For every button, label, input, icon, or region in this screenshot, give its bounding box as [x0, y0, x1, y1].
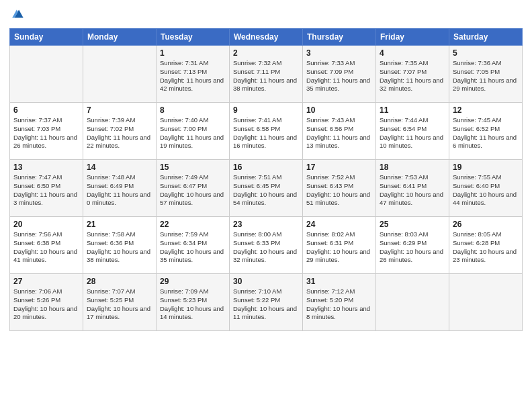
calendar-day-cell: [10, 46, 83, 103]
day-info: Sunrise: 8:05 AMSunset: 6:28 PMDaylight:…: [453, 230, 519, 265]
day-info: Sunrise: 7:37 AMSunset: 7:03 PMDaylight:…: [13, 116, 79, 150]
day-info: Sunrise: 7:39 AMSunset: 7:02 PMDaylight:…: [87, 116, 152, 150]
day-info: Sunrise: 7:35 AMSunset: 7:07 PMDaylight:…: [380, 59, 445, 93]
day-info: Sunrise: 8:03 AMSunset: 6:29 PMDaylight:…: [380, 230, 445, 265]
day-number: 18: [380, 163, 445, 172]
calendar-day-cell: 4Sunrise: 7:35 AMSunset: 7:07 PMDaylight…: [376, 46, 449, 103]
calendar-week-row: 27Sunrise: 7:06 AMSunset: 5:26 PMDayligh…: [10, 274, 523, 331]
calendar-day-cell: [449, 274, 523, 331]
calendar-day-cell: 24Sunrise: 8:02 AMSunset: 6:31 PMDayligh…: [303, 217, 376, 274]
calendar-day-cell: 3Sunrise: 7:33 AMSunset: 7:09 PMDaylight…: [303, 46, 376, 103]
day-info: Sunrise: 7:56 AMSunset: 6:38 PMDaylight:…: [13, 230, 79, 265]
logo: [9, 7, 26, 24]
calendar-day-cell: [376, 274, 449, 331]
calendar-week-row: 1Sunrise: 7:31 AMSunset: 7:13 PMDaylight…: [10, 46, 523, 103]
day-number: 6: [13, 105, 79, 115]
day-number: 4: [380, 48, 445, 58]
day-number: 14: [87, 163, 152, 172]
day-number: 29: [160, 277, 226, 286]
calendar-day-cell: 12Sunrise: 7:45 AMSunset: 6:52 PMDayligh…: [449, 103, 523, 160]
calendar-body: 1Sunrise: 7:31 AMSunset: 7:13 PMDaylight…: [10, 46, 523, 331]
calendar-day-cell: 16Sunrise: 7:51 AMSunset: 6:45 PMDayligh…: [230, 160, 303, 217]
calendar-day-cell: 11Sunrise: 7:44 AMSunset: 6:54 PMDayligh…: [376, 103, 449, 160]
day-info: Sunrise: 7:52 AMSunset: 6:43 PMDaylight:…: [306, 173, 372, 208]
day-number: 8: [160, 105, 226, 115]
calendar-day-cell: 14Sunrise: 7:48 AMSunset: 6:49 PMDayligh…: [83, 160, 157, 217]
calendar-day-cell: 23Sunrise: 8:00 AMSunset: 6:33 PMDayligh…: [230, 217, 303, 274]
calendar-day-cell: 31Sunrise: 7:12 AMSunset: 5:20 PMDayligh…: [303, 274, 376, 331]
weekday-header-cell: Wednesday: [230, 29, 303, 46]
day-info: Sunrise: 8:00 AMSunset: 6:33 PMDaylight:…: [233, 230, 299, 265]
day-info: Sunrise: 7:55 AMSunset: 6:40 PMDaylight:…: [453, 173, 519, 208]
day-number: 3: [306, 48, 372, 58]
day-info: Sunrise: 7:33 AMSunset: 7:09 PMDaylight:…: [306, 59, 372, 93]
day-number: 7: [87, 105, 152, 115]
calendar-day-cell: 9Sunrise: 7:41 AMSunset: 6:58 PMDaylight…: [230, 103, 303, 160]
day-info: Sunrise: 7:51 AMSunset: 6:45 PMDaylight:…: [233, 173, 299, 208]
calendar-day-cell: 6Sunrise: 7:37 AMSunset: 7:03 PMDaylight…: [10, 103, 83, 160]
calendar-day-cell: 21Sunrise: 7:58 AMSunset: 6:36 PMDayligh…: [83, 217, 157, 274]
calendar-day-cell: 25Sunrise: 8:03 AMSunset: 6:29 PMDayligh…: [376, 217, 449, 274]
day-number: 20: [13, 220, 79, 229]
calendar-week-row: 20Sunrise: 7:56 AMSunset: 6:38 PMDayligh…: [10, 217, 523, 274]
page-header: [9, 7, 523, 24]
day-number: 27: [13, 277, 79, 286]
calendar-day-cell: 29Sunrise: 7:09 AMSunset: 5:23 PMDayligh…: [157, 274, 230, 331]
calendar-day-cell: 19Sunrise: 7:55 AMSunset: 6:40 PMDayligh…: [449, 160, 523, 217]
day-number: 31: [306, 277, 372, 286]
day-number: 16: [233, 163, 299, 172]
calendar-day-cell: 5Sunrise: 7:36 AMSunset: 7:05 PMDaylight…: [449, 46, 523, 103]
day-info: Sunrise: 7:58 AMSunset: 6:36 PMDaylight:…: [87, 230, 152, 265]
day-number: 22: [160, 220, 226, 229]
weekday-header-row: SundayMondayTuesdayWednesdayThursdayFrid…: [10, 29, 523, 46]
calendar-day-cell: 10Sunrise: 7:43 AMSunset: 6:56 PMDayligh…: [303, 103, 376, 160]
day-number: 2: [233, 48, 299, 58]
day-number: 15: [160, 163, 226, 172]
logo-icon: [11, 7, 26, 21]
calendar-day-cell: 7Sunrise: 7:39 AMSunset: 7:02 PMDaylight…: [83, 103, 157, 160]
day-number: 21: [87, 220, 152, 229]
day-number: 19: [453, 163, 519, 172]
weekday-header-cell: Saturday: [449, 29, 523, 46]
day-number: 5: [453, 48, 519, 58]
day-info: Sunrise: 7:09 AMSunset: 5:23 PMDaylight:…: [160, 287, 226, 322]
day-info: Sunrise: 7:49 AMSunset: 6:47 PMDaylight:…: [160, 173, 226, 208]
day-number: 11: [380, 105, 445, 115]
day-info: Sunrise: 7:47 AMSunset: 6:50 PMDaylight:…: [13, 173, 79, 208]
day-info: Sunrise: 7:32 AMSunset: 7:11 PMDaylight:…: [233, 59, 299, 93]
day-info: Sunrise: 7:59 AMSunset: 6:34 PMDaylight:…: [160, 230, 226, 265]
day-number: 17: [306, 163, 372, 172]
calendar-day-cell: 28Sunrise: 7:07 AMSunset: 5:25 PMDayligh…: [83, 274, 157, 331]
day-info: Sunrise: 8:02 AMSunset: 6:31 PMDaylight:…: [306, 230, 372, 265]
calendar-table: SundayMondayTuesdayWednesdayThursdayFrid…: [9, 28, 523, 331]
day-info: Sunrise: 7:06 AMSunset: 5:26 PMDaylight:…: [13, 287, 79, 322]
weekday-header-cell: Tuesday: [157, 29, 230, 46]
calendar-day-cell: 17Sunrise: 7:52 AMSunset: 6:43 PMDayligh…: [303, 160, 376, 217]
weekday-header-cell: Thursday: [303, 29, 376, 46]
calendar-day-cell: [83, 46, 157, 103]
day-info: Sunrise: 7:40 AMSunset: 7:00 PMDaylight:…: [160, 116, 226, 150]
day-info: Sunrise: 7:45 AMSunset: 6:52 PMDaylight:…: [453, 116, 519, 150]
day-number: 24: [306, 220, 372, 229]
weekday-header-cell: Friday: [376, 29, 449, 46]
day-info: Sunrise: 7:44 AMSunset: 6:54 PMDaylight:…: [380, 116, 445, 150]
calendar-day-cell: 2Sunrise: 7:32 AMSunset: 7:11 PMDaylight…: [230, 46, 303, 103]
day-number: 23: [233, 220, 299, 229]
weekday-header-cell: Monday: [83, 29, 157, 46]
day-info: Sunrise: 7:31 AMSunset: 7:13 PMDaylight:…: [160, 59, 226, 93]
calendar-day-cell: 30Sunrise: 7:10 AMSunset: 5:22 PMDayligh…: [230, 274, 303, 331]
day-number: 12: [453, 105, 519, 115]
calendar-week-row: 13Sunrise: 7:47 AMSunset: 6:50 PMDayligh…: [10, 160, 523, 217]
calendar-day-cell: 15Sunrise: 7:49 AMSunset: 6:47 PMDayligh…: [157, 160, 230, 217]
calendar-day-cell: 22Sunrise: 7:59 AMSunset: 6:34 PMDayligh…: [157, 217, 230, 274]
calendar-day-cell: 18Sunrise: 7:53 AMSunset: 6:41 PMDayligh…: [376, 160, 449, 217]
day-info: Sunrise: 7:43 AMSunset: 6:56 PMDaylight:…: [306, 116, 372, 150]
day-info: Sunrise: 7:36 AMSunset: 7:05 PMDaylight:…: [453, 59, 519, 93]
day-number: 13: [13, 163, 79, 172]
day-number: 28: [87, 277, 152, 286]
day-number: 9: [233, 105, 299, 115]
day-info: Sunrise: 7:07 AMSunset: 5:25 PMDaylight:…: [87, 287, 152, 322]
calendar-day-cell: 13Sunrise: 7:47 AMSunset: 6:50 PMDayligh…: [10, 160, 83, 217]
day-info: Sunrise: 7:41 AMSunset: 6:58 PMDaylight:…: [233, 116, 299, 150]
day-info: Sunrise: 7:12 AMSunset: 5:20 PMDaylight:…: [306, 287, 372, 322]
